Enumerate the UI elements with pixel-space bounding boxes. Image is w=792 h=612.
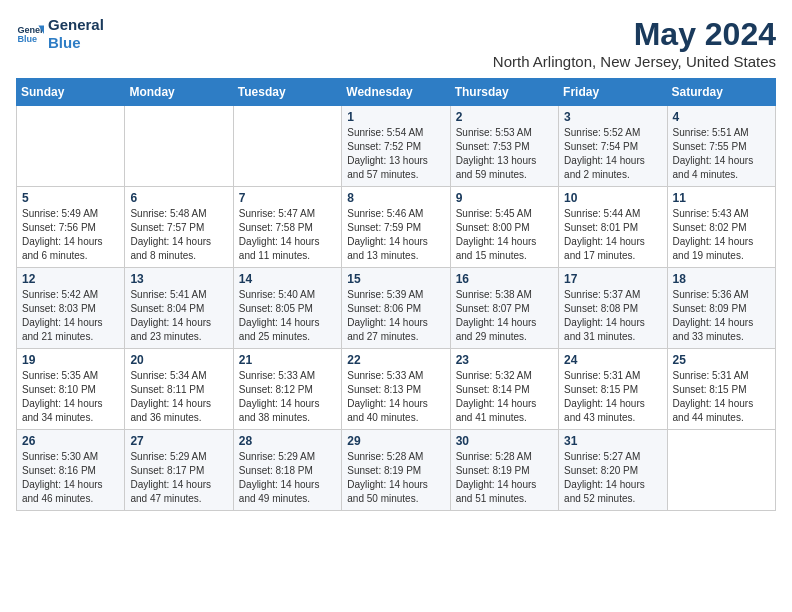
day-info: Sunrise: 5:53 AMSunset: 7:53 PMDaylight:… [456, 126, 553, 182]
calendar-week-row: 5Sunrise: 5:49 AMSunset: 7:56 PMDaylight… [17, 187, 776, 268]
day-number: 31 [564, 434, 661, 448]
day-number: 12 [22, 272, 119, 286]
day-number: 10 [564, 191, 661, 205]
day-info: Sunrise: 5:27 AMSunset: 8:20 PMDaylight:… [564, 450, 661, 506]
calendar-week-row: 19Sunrise: 5:35 AMSunset: 8:10 PMDayligh… [17, 349, 776, 430]
day-number: 4 [673, 110, 770, 124]
calendar-cell: 3Sunrise: 5:52 AMSunset: 7:54 PMDaylight… [559, 106, 667, 187]
calendar-table: SundayMondayTuesdayWednesdayThursdayFrid… [16, 78, 776, 511]
day-number: 25 [673, 353, 770, 367]
weekday-header-monday: Monday [125, 79, 233, 106]
calendar-cell: 14Sunrise: 5:40 AMSunset: 8:05 PMDayligh… [233, 268, 341, 349]
day-info: Sunrise: 5:43 AMSunset: 8:02 PMDaylight:… [673, 207, 770, 263]
day-info: Sunrise: 5:29 AMSunset: 8:17 PMDaylight:… [130, 450, 227, 506]
day-info: Sunrise: 5:40 AMSunset: 8:05 PMDaylight:… [239, 288, 336, 344]
svg-text:Blue: Blue [17, 34, 37, 44]
day-number: 24 [564, 353, 661, 367]
calendar-cell: 21Sunrise: 5:33 AMSunset: 8:12 PMDayligh… [233, 349, 341, 430]
calendar-cell: 20Sunrise: 5:34 AMSunset: 8:11 PMDayligh… [125, 349, 233, 430]
weekday-header-row: SundayMondayTuesdayWednesdayThursdayFrid… [17, 79, 776, 106]
logo-icon: General Blue [16, 20, 44, 48]
day-number: 9 [456, 191, 553, 205]
calendar-cell: 8Sunrise: 5:46 AMSunset: 7:59 PMDaylight… [342, 187, 450, 268]
day-info: Sunrise: 5:32 AMSunset: 8:14 PMDaylight:… [456, 369, 553, 425]
day-info: Sunrise: 5:38 AMSunset: 8:07 PMDaylight:… [456, 288, 553, 344]
day-info: Sunrise: 5:29 AMSunset: 8:18 PMDaylight:… [239, 450, 336, 506]
day-info: Sunrise: 5:44 AMSunset: 8:01 PMDaylight:… [564, 207, 661, 263]
day-info: Sunrise: 5:30 AMSunset: 8:16 PMDaylight:… [22, 450, 119, 506]
day-info: Sunrise: 5:34 AMSunset: 8:11 PMDaylight:… [130, 369, 227, 425]
day-info: Sunrise: 5:54 AMSunset: 7:52 PMDaylight:… [347, 126, 444, 182]
day-info: Sunrise: 5:28 AMSunset: 8:19 PMDaylight:… [347, 450, 444, 506]
day-number: 17 [564, 272, 661, 286]
calendar-cell: 25Sunrise: 5:31 AMSunset: 8:15 PMDayligh… [667, 349, 775, 430]
calendar-cell: 5Sunrise: 5:49 AMSunset: 7:56 PMDaylight… [17, 187, 125, 268]
calendar-cell: 22Sunrise: 5:33 AMSunset: 8:13 PMDayligh… [342, 349, 450, 430]
day-info: Sunrise: 5:42 AMSunset: 8:03 PMDaylight:… [22, 288, 119, 344]
day-number: 22 [347, 353, 444, 367]
calendar-cell: 12Sunrise: 5:42 AMSunset: 8:03 PMDayligh… [17, 268, 125, 349]
day-info: Sunrise: 5:51 AMSunset: 7:55 PMDaylight:… [673, 126, 770, 182]
day-number: 28 [239, 434, 336, 448]
day-number: 16 [456, 272, 553, 286]
day-number: 15 [347, 272, 444, 286]
logo-line2: Blue [48, 34, 104, 52]
day-number: 30 [456, 434, 553, 448]
day-number: 5 [22, 191, 119, 205]
day-info: Sunrise: 5:33 AMSunset: 8:13 PMDaylight:… [347, 369, 444, 425]
calendar-cell: 28Sunrise: 5:29 AMSunset: 8:18 PMDayligh… [233, 430, 341, 511]
day-number: 29 [347, 434, 444, 448]
day-info: Sunrise: 5:49 AMSunset: 7:56 PMDaylight:… [22, 207, 119, 263]
calendar-week-row: 12Sunrise: 5:42 AMSunset: 8:03 PMDayligh… [17, 268, 776, 349]
calendar-cell [17, 106, 125, 187]
calendar-cell: 13Sunrise: 5:41 AMSunset: 8:04 PMDayligh… [125, 268, 233, 349]
day-number: 1 [347, 110, 444, 124]
day-info: Sunrise: 5:31 AMSunset: 8:15 PMDaylight:… [673, 369, 770, 425]
day-number: 11 [673, 191, 770, 205]
calendar-cell: 1Sunrise: 5:54 AMSunset: 7:52 PMDaylight… [342, 106, 450, 187]
day-info: Sunrise: 5:48 AMSunset: 7:57 PMDaylight:… [130, 207, 227, 263]
day-info: Sunrise: 5:35 AMSunset: 8:10 PMDaylight:… [22, 369, 119, 425]
day-number: 2 [456, 110, 553, 124]
day-info: Sunrise: 5:31 AMSunset: 8:15 PMDaylight:… [564, 369, 661, 425]
calendar-cell [667, 430, 775, 511]
day-number: 18 [673, 272, 770, 286]
logo-line1: General [48, 16, 104, 34]
day-number: 23 [456, 353, 553, 367]
day-info: Sunrise: 5:36 AMSunset: 8:09 PMDaylight:… [673, 288, 770, 344]
day-info: Sunrise: 5:46 AMSunset: 7:59 PMDaylight:… [347, 207, 444, 263]
calendar-cell: 30Sunrise: 5:28 AMSunset: 8:19 PMDayligh… [450, 430, 558, 511]
logo: General Blue General Blue [16, 16, 104, 52]
day-info: Sunrise: 5:45 AMSunset: 8:00 PMDaylight:… [456, 207, 553, 263]
calendar-cell: 11Sunrise: 5:43 AMSunset: 8:02 PMDayligh… [667, 187, 775, 268]
weekday-header-sunday: Sunday [17, 79, 125, 106]
day-info: Sunrise: 5:52 AMSunset: 7:54 PMDaylight:… [564, 126, 661, 182]
calendar-cell: 15Sunrise: 5:39 AMSunset: 8:06 PMDayligh… [342, 268, 450, 349]
weekday-header-saturday: Saturday [667, 79, 775, 106]
day-number: 21 [239, 353, 336, 367]
calendar-cell: 24Sunrise: 5:31 AMSunset: 8:15 PMDayligh… [559, 349, 667, 430]
calendar-cell: 6Sunrise: 5:48 AMSunset: 7:57 PMDaylight… [125, 187, 233, 268]
calendar-cell: 18Sunrise: 5:36 AMSunset: 8:09 PMDayligh… [667, 268, 775, 349]
day-info: Sunrise: 5:28 AMSunset: 8:19 PMDaylight:… [456, 450, 553, 506]
header: General Blue General Blue May 2024 North… [16, 16, 776, 70]
calendar-cell [125, 106, 233, 187]
calendar-cell: 27Sunrise: 5:29 AMSunset: 8:17 PMDayligh… [125, 430, 233, 511]
weekday-header-friday: Friday [559, 79, 667, 106]
day-number: 14 [239, 272, 336, 286]
day-info: Sunrise: 5:41 AMSunset: 8:04 PMDaylight:… [130, 288, 227, 344]
calendar-title: May 2024 [493, 16, 776, 53]
calendar-cell [233, 106, 341, 187]
calendar-cell: 29Sunrise: 5:28 AMSunset: 8:19 PMDayligh… [342, 430, 450, 511]
calendar-week-row: 1Sunrise: 5:54 AMSunset: 7:52 PMDaylight… [17, 106, 776, 187]
calendar-cell: 26Sunrise: 5:30 AMSunset: 8:16 PMDayligh… [17, 430, 125, 511]
day-number: 3 [564, 110, 661, 124]
calendar-cell: 23Sunrise: 5:32 AMSunset: 8:14 PMDayligh… [450, 349, 558, 430]
day-number: 8 [347, 191, 444, 205]
calendar-cell: 7Sunrise: 5:47 AMSunset: 7:58 PMDaylight… [233, 187, 341, 268]
day-number: 13 [130, 272, 227, 286]
day-info: Sunrise: 5:33 AMSunset: 8:12 PMDaylight:… [239, 369, 336, 425]
weekday-header-thursday: Thursday [450, 79, 558, 106]
day-info: Sunrise: 5:39 AMSunset: 8:06 PMDaylight:… [347, 288, 444, 344]
day-info: Sunrise: 5:47 AMSunset: 7:58 PMDaylight:… [239, 207, 336, 263]
